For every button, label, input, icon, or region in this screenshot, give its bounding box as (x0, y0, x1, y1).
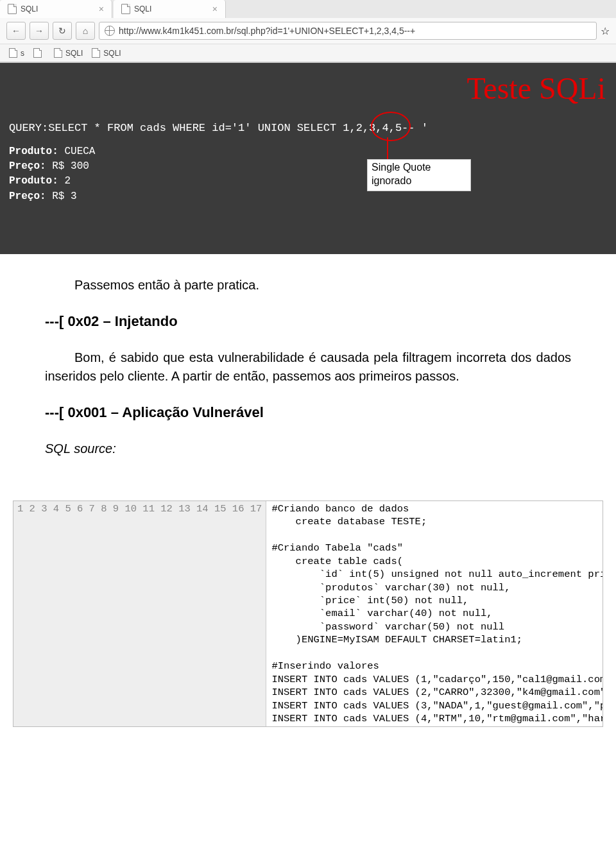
file-icon (92, 48, 100, 58)
result-value: CUECA (64, 146, 95, 157)
bookmark-label: SQLI (103, 49, 121, 58)
bookmark-label: SQLI (65, 49, 83, 58)
bookmarks-bar: s SQLI SQLI (0, 44, 616, 62)
document-body: Passemos então à parte pratica. ---[ 0x0… (0, 254, 616, 501)
forward-button[interactable]: → (30, 22, 49, 40)
tab-2[interactable]: SQLI × (114, 0, 226, 18)
annotation-line-icon (387, 137, 388, 160)
section-heading: ---[ 0x02 – Injetando (45, 311, 571, 332)
globe-icon (105, 26, 115, 36)
close-icon[interactable]: × (212, 4, 218, 14)
result-row: Produto: CUECA (9, 144, 607, 159)
note-line: ignorado (372, 175, 411, 186)
home-button[interactable]: ⌂ (76, 22, 95, 40)
paragraph: Passemos então à parte pratica. (45, 276, 571, 295)
paragraph: Bom, é sabido que esta vulnerabilidade é… (45, 348, 571, 386)
result-row: Produto: 2 (9, 174, 607, 189)
close-icon[interactable]: × (99, 4, 104, 14)
annotation-note: Single Quote ignorado (367, 159, 471, 191)
code-editor: 1 2 3 4 5 6 7 8 9 10 11 12 13 14 15 16 1… (13, 501, 603, 728)
rendered-page: Teste SQLi QUERY:SELECT * FROM cads WHER… (0, 63, 616, 254)
result-row: Preço: R$ 3 (9, 189, 607, 204)
bookmark-label: s (21, 49, 24, 58)
page-title: Teste SQLi (466, 71, 606, 106)
file-icon (33, 48, 42, 58)
result-label: Preço: (9, 160, 46, 172)
browser-chrome: SQLI × SQLI × ← → ↻ ⌂ http://www.k4m1k45… (0, 0, 616, 63)
circle-annotation-icon (371, 112, 411, 141)
result-label: Produto: (9, 146, 58, 157)
tab-1[interactable]: SQLI × (0, 0, 112, 18)
result-list: Produto: CUECA Preço: R$ 300 Produto: 2 … (9, 144, 607, 204)
code-content: #Criando banco de dados create database … (266, 501, 603, 727)
tab-label: SQLI (134, 4, 151, 13)
note-line: Single Quote (372, 162, 431, 173)
code-caption: SQL source: (45, 440, 571, 458)
reload-button[interactable]: ↻ (53, 22, 72, 40)
tab-label: SQLI (21, 4, 38, 13)
line-gutter: 1 2 3 4 5 6 7 8 9 10 11 12 13 14 15 16 1… (13, 501, 266, 727)
bookmark-item[interactable] (33, 48, 45, 58)
bookmark-star-icon[interactable]: ☆ (601, 25, 610, 37)
query-text: QUERY:SELECT * FROM cads WHERE id='1' UN… (9, 122, 607, 134)
tabs-row: SQLI × SQLI × (0, 0, 616, 18)
file-icon (8, 4, 17, 14)
bookmark-item[interactable]: SQLI (54, 48, 83, 58)
result-label: Produto: (9, 175, 58, 187)
nav-row: ← → ↻ ⌂ http://www.k4m1k451.com.br/sql.p… (0, 18, 616, 44)
bookmark-item[interactable]: SQLI (92, 48, 121, 58)
file-icon (54, 48, 62, 58)
url-text: http://www.k4m1k451.com.br/sql.php?id=1'… (119, 26, 415, 36)
result-label: Preço: (9, 191, 46, 202)
bookmark-item[interactable]: s (9, 48, 24, 58)
file-icon (9, 48, 17, 58)
file-icon (121, 4, 130, 14)
result-value: R$ 3 (52, 191, 76, 202)
result-value: 2 (64, 175, 71, 187)
result-row: Preço: R$ 300 (9, 159, 607, 174)
url-bar[interactable]: http://www.k4m1k451.com.br/sql.php?id=1'… (99, 22, 597, 40)
back-button[interactable]: ← (6, 22, 26, 40)
section-heading: ---[ 0x001 – Aplicação Vulnerável (45, 402, 571, 423)
result-value: R$ 300 (52, 160, 89, 172)
